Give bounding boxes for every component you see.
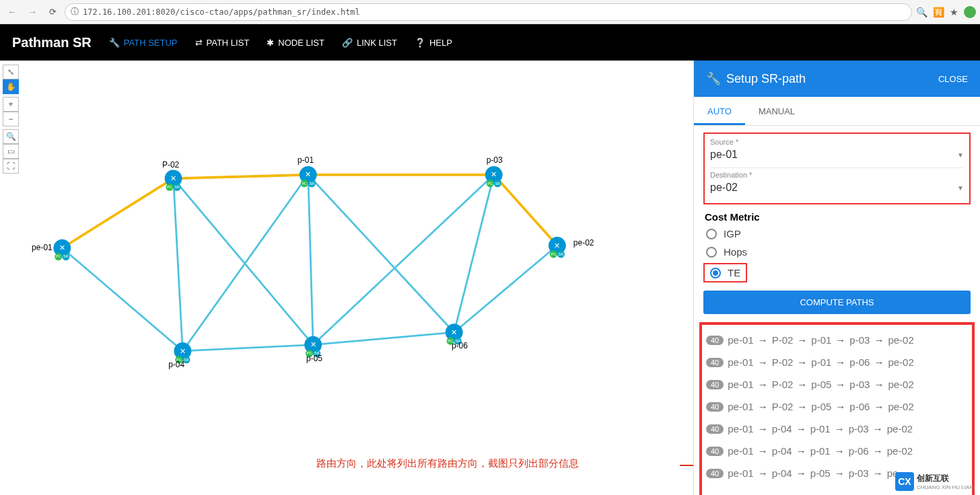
- zoom-out[interactable]: −: [3, 112, 19, 126]
- link-p05-p06[interactable]: [313, 332, 454, 344]
- radio-hops[interactable]: Hops: [703, 245, 971, 259]
- tab-auto[interactable]: AUTO: [694, 97, 745, 125]
- arrow-icon: →: [835, 356, 845, 368]
- link-p03-p06[interactable]: [454, 175, 494, 332]
- link-pe02-p06[interactable]: [454, 245, 557, 332]
- nav-node-list[interactable]: ✱NODE LIST: [267, 38, 324, 48]
- arrow-icon: →: [797, 334, 807, 346]
- reload-icon[interactable]: ⟳: [44, 4, 61, 20]
- chevron-down-icon: ▼: [957, 184, 964, 192]
- path-cost-badge: 40: [706, 380, 724, 389]
- svg-text:SR: SR: [559, 252, 564, 256]
- help-icon: ❔: [415, 38, 425, 48]
- link-pe01-P02[interactable]: [62, 178, 173, 248]
- app-header: Pathman SR 🔧PATH SETUP ⇄PATH LIST ✱NODE …: [0, 24, 980, 61]
- topology-canvas[interactable]: ⤡ ✋ + − 🔍 ▭ ⛶ PCSR✕pe-01PCSR✕P-02PCSR✕p-…: [0, 61, 693, 495]
- side-panel: 🔧Setup SR-path CLOSE AUTO MANUAL Source …: [693, 61, 980, 495]
- arrow-icon: →: [874, 334, 884, 346]
- arrow-icon: →: [797, 401, 807, 412]
- link-pe01-p04[interactable]: [62, 248, 182, 351]
- app-title: Pathman SR: [12, 35, 92, 50]
- path-result[interactable]: 40pe-01→P-02→p-05→p-03→pe-02: [705, 373, 969, 395]
- tab-manual[interactable]: MANUAL: [745, 97, 808, 125]
- svg-text:SR: SR: [63, 254, 69, 258]
- browser-chrome: ← → ⟳ ⓘ 172.16.100.201:8020/cisco-ctao/a…: [0, 0, 980, 24]
- link-p03-p05[interactable]: [313, 175, 494, 345]
- path-result[interactable]: 40pe-01→p-04→p-01→p-03→pe-02: [705, 418, 969, 440]
- svg-text:✕: ✕: [451, 328, 457, 336]
- nav-path-list[interactable]: ⇄PATH LIST: [195, 38, 250, 48]
- link-P02-p05[interactable]: [174, 178, 314, 344]
- path-cost-badge: 40: [706, 424, 724, 434]
- link-p01-p06[interactable]: [308, 175, 454, 332]
- close-button[interactable]: CLOSE: [938, 74, 968, 84]
- path-results: 40pe-01→P-02→p-01→p-03→pe-0240pe-01→P-02…: [699, 322, 975, 495]
- select-tool[interactable]: ⤡: [3, 65, 19, 79]
- node-label-p04: p-04: [168, 360, 184, 369]
- svg-text:PC: PC: [302, 182, 307, 186]
- side-tabs: AUTO MANUAL: [694, 97, 980, 126]
- arrow-icon: →: [758, 445, 768, 457]
- zoom-selection[interactable]: 🔍: [3, 129, 19, 144]
- swap-icon: ⇄: [195, 38, 203, 48]
- link-p04-p05[interactable]: [182, 345, 313, 351]
- form-area: Source * pe-01▼ Destination * pe-02▼ Cos…: [694, 126, 980, 322]
- svg-text:✕: ✕: [170, 174, 176, 182]
- node-pe02[interactable]: PCSR✕: [549, 237, 566, 258]
- bookmark-icon[interactable]: ★: [950, 7, 958, 17]
- path-result[interactable]: 40pe-01→P-02→p-01→p-03→pe-02: [705, 329, 969, 351]
- forward-icon[interactable]: →: [24, 4, 40, 20]
- fit-view[interactable]: ▭: [3, 144, 19, 159]
- svg-text:SR: SR: [174, 185, 180, 189]
- back-icon[interactable]: ←: [4, 4, 20, 20]
- path-result[interactable]: 40pe-01→p-04→p-01→p-06→pe-02: [705, 440, 969, 462]
- path-cost-badge: 40: [706, 447, 724, 456]
- node-p03[interactable]: PCSR✕: [485, 166, 503, 187]
- node-label-P02: P-02: [162, 160, 180, 169]
- watermark: CX 创新互联 CHUANG XIN HU LIAN: [895, 472, 973, 491]
- nav-link-list[interactable]: 🔗LINK LIST: [342, 38, 397, 48]
- fullscreen[interactable]: ⛶: [3, 159, 19, 174]
- side-title: Setup SR-path: [726, 72, 806, 86]
- svg-text:SR: SR: [495, 182, 500, 186]
- svg-text:SR: SR: [184, 358, 189, 362]
- chevron-down-icon: ▼: [957, 151, 964, 159]
- node-label-p06: p-06: [452, 341, 468, 350]
- path-cost-badge: 40: [706, 336, 724, 345]
- link-P02-p01[interactable]: [174, 175, 308, 179]
- nav-help[interactable]: ❔HELP: [415, 38, 452, 48]
- radio-igp[interactable]: IGP: [703, 227, 971, 241]
- info-icon: ⓘ: [71, 6, 79, 17]
- nav-path-setup[interactable]: 🔧PATH SETUP: [109, 38, 178, 48]
- pan-tool[interactable]: ✋: [3, 79, 19, 94]
- extension-icon[interactable]: [964, 6, 976, 18]
- path-result[interactable]: 40pe-01→P-02→p-01→p-06→pe-02: [705, 351, 969, 373]
- url-bar[interactable]: ⓘ 172.16.100.201:8020/cisco-ctao/apps/pa…: [65, 3, 912, 21]
- watermark-logo: CX: [895, 472, 914, 491]
- arrow-icon: →: [758, 467, 768, 479]
- svg-text:✕: ✕: [59, 243, 65, 252]
- annotation-text: 路由方向，此处将列出所有路由方向，截图只列出部分信息: [316, 457, 579, 470]
- url-text: 172.16.100.201:8020/cisco-ctao/apps/path…: [83, 7, 360, 17]
- wrench-icon: 🔧: [109, 38, 120, 48]
- node-pe01[interactable]: PCSR✕: [53, 239, 71, 260]
- canvas-toolbar: ⤡ ✋ + − 🔍 ▭ ⛶: [3, 65, 19, 174]
- radio-te[interactable]: TE: [707, 266, 743, 280]
- wrench-icon: 🔧: [706, 71, 721, 86]
- arrow-icon: →: [873, 467, 883, 479]
- link-p01-p04[interactable]: [182, 175, 308, 351]
- arrow-icon: →: [758, 356, 768, 368]
- arrow-icon: →: [874, 401, 884, 412]
- dest-select[interactable]: pe-02▼: [710, 180, 964, 198]
- path-result[interactable]: 40pe-01→P-02→p-05→p-06→pe-02: [705, 395, 969, 418]
- zoom-icon[interactable]: 🔍: [916, 7, 928, 17]
- link-p01-p05[interactable]: [308, 175, 313, 345]
- translate-icon[interactable]: 🈶: [933, 7, 944, 17]
- compute-paths-button[interactable]: COMPUTE PATHS: [703, 291, 971, 314]
- link-p03-pe02[interactable]: [494, 175, 557, 245]
- svg-text:✕: ✕: [310, 340, 316, 348]
- zoom-in[interactable]: +: [3, 97, 19, 112]
- source-select[interactable]: pe-01▼: [710, 147, 964, 165]
- svg-text:✕: ✕: [305, 170, 311, 178]
- link-P02-p04[interactable]: [174, 178, 183, 351]
